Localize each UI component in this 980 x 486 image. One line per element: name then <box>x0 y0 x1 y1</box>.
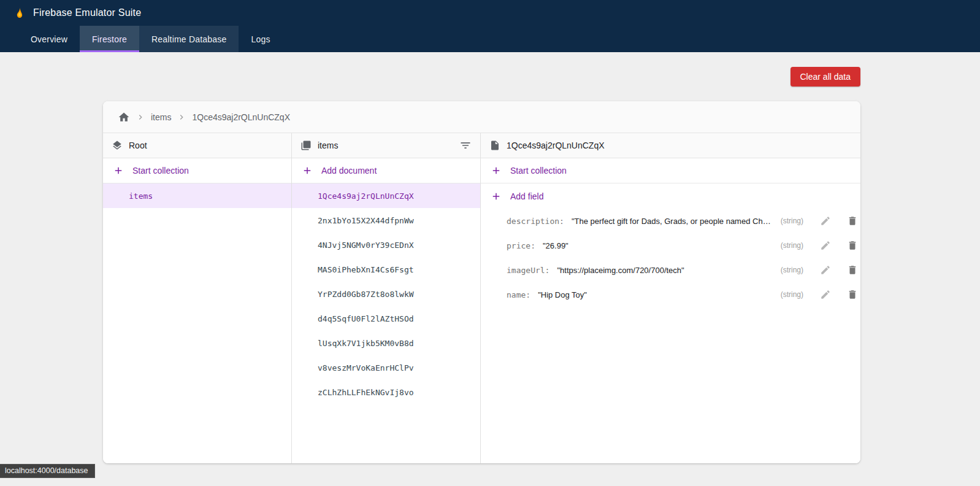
document-menu-button[interactable] <box>856 139 860 152</box>
collection-panel-title: items <box>318 141 338 150</box>
document-list-item[interactable]: 2nx1bYo15X2X44dfpnWw <box>292 208 480 233</box>
plus-icon <box>113 165 124 176</box>
field-key: description: <box>507 217 564 226</box>
pencil-icon <box>820 289 831 300</box>
document-list-item[interactable]: 4NJvj5NGMv0rY39cEDnX <box>292 233 480 257</box>
start-collection-button[interactable]: Start collection <box>103 158 291 183</box>
field-value: "The perfect gift for Dads, Grads, or pe… <box>572 217 771 226</box>
home-icon <box>118 111 130 123</box>
field-key: imageUrl: <box>507 266 549 275</box>
breadcrumb: items 1Qce4s9aj2rQLnUnCZqX <box>103 101 860 133</box>
home-breadcrumb-button[interactable] <box>118 111 130 123</box>
filter-documents-button[interactable] <box>459 139 472 152</box>
plus-icon <box>302 165 313 176</box>
document-list-item[interactable]: v8veszMrVoKaEnrHClPv <box>292 355 480 380</box>
document-list-item[interactable]: lUsqXk7V1jkb5KM0vB8d <box>292 331 480 355</box>
edit-field-button[interactable] <box>814 212 836 230</box>
main-nav: Overview Firestore Realtime Database Log… <box>0 26 980 52</box>
pencil-icon <box>820 240 831 251</box>
collection-icon <box>301 140 312 151</box>
document-icon <box>489 140 500 151</box>
add-field-button[interactable]: Add field <box>481 183 860 209</box>
chevron-right-icon <box>177 112 186 122</box>
field-type: (string) <box>781 290 803 299</box>
filter-list-icon <box>459 139 472 152</box>
field-row: imageUrl: "https://placeimg.com/720/700/… <box>481 258 860 282</box>
firestore-panel: items 1Qce4s9aj2rQLnUnCZqX Root Start co… <box>103 101 860 463</box>
document-list-item[interactable]: zCLhZhLLFhEkNGvIj8vo <box>292 380 480 404</box>
chevron-right-icon <box>136 112 145 122</box>
document-list-item[interactable]: 1Qce4s9aj2rQLnUnCZqX <box>292 183 480 208</box>
root-layers-icon <box>112 140 123 151</box>
field-value: "https://placeimg.com/720/700/tech" <box>557 266 770 275</box>
tab-logs[interactable]: Logs <box>239 26 282 52</box>
field-type: (string) <box>781 266 803 274</box>
trash-icon <box>847 289 858 300</box>
field-type: (string) <box>781 241 803 250</box>
delete-field-button[interactable] <box>841 212 860 230</box>
delete-field-button[interactable] <box>841 261 860 279</box>
edit-field-button[interactable] <box>814 237 836 254</box>
breadcrumb-collection[interactable]: items <box>151 112 171 122</box>
document-list-item[interactable]: MAS0iPhebXnI4Cs6Fsgt <box>292 257 480 282</box>
start-collection-button[interactable]: Start collection <box>481 158 860 183</box>
field-type: (string) <box>781 217 803 225</box>
trash-icon <box>847 240 858 251</box>
pencil-icon <box>820 264 831 276</box>
document-column-header: 1Qce4s9aj2rQLnUnCZqX <box>481 133 860 158</box>
document-list-item[interactable]: YrPZdd0Gb87Zt8o8lwkW <box>292 282 480 306</box>
add-document-button[interactable]: Add document <box>292 158 480 183</box>
delete-field-button[interactable] <box>841 286 860 303</box>
page-toolbar: Clear all data <box>0 52 980 87</box>
trash-icon <box>847 264 858 276</box>
collection-column-header: items <box>292 133 480 158</box>
edit-field-button[interactable] <box>814 261 836 279</box>
pencil-icon <box>820 215 831 226</box>
brand: Firebase Emulator Suite <box>0 0 980 26</box>
document-column: 1Qce4s9aj2rQLnUnCZqX Start collection Ad… <box>481 133 860 463</box>
breadcrumb-document: 1Qce4s9aj2rQLnUnCZqX <box>192 112 290 122</box>
root-column-header: Root <box>103 133 291 158</box>
kebab-menu-icon <box>856 139 860 152</box>
field-row: price: "26.99" (string) <box>481 233 860 258</box>
panel-columns: Root Start collection items items <box>103 133 860 463</box>
field-key: price: <box>507 241 535 250</box>
field-row: description: "The perfect gift for Dads,… <box>481 209 860 233</box>
document-panel-title: 1Qce4s9aj2rQLnUnCZqX <box>507 141 605 150</box>
field-row: name: "Hip Dog Toy" (string) <box>481 282 860 307</box>
delete-field-button[interactable] <box>841 237 860 254</box>
plus-icon <box>491 165 502 176</box>
collection-column: items Add document 1Qce4s9aj2rQLnUnCZqX … <box>292 133 481 463</box>
status-bar: localhost:4000/database <box>0 464 95 478</box>
trash-icon <box>847 215 858 226</box>
field-value: "26.99" <box>543 241 771 250</box>
field-value: "Hip Dog Toy" <box>538 290 771 299</box>
edit-field-button[interactable] <box>814 286 836 303</box>
tab-firestore[interactable]: Firestore <box>80 26 139 52</box>
tab-realtime-database[interactable]: Realtime Database <box>139 26 239 52</box>
root-panel-title: Root <box>129 141 147 150</box>
root-column: Root Start collection items <box>103 133 292 463</box>
clear-all-data-button[interactable]: Clear all data <box>791 67 861 87</box>
collection-list-item[interactable]: items <box>103 183 291 208</box>
app-header: Firebase Emulator Suite Overview Firesto… <box>0 0 980 52</box>
field-key: name: <box>507 290 530 299</box>
plus-icon <box>491 191 502 202</box>
firebase-logo-icon <box>13 6 26 20</box>
document-list-item[interactable]: d4q5SqfU0Fl2lAZtHSOd <box>292 306 480 331</box>
app-title: Firebase Emulator Suite <box>33 7 141 18</box>
tab-overview[interactable]: Overview <box>18 26 80 52</box>
